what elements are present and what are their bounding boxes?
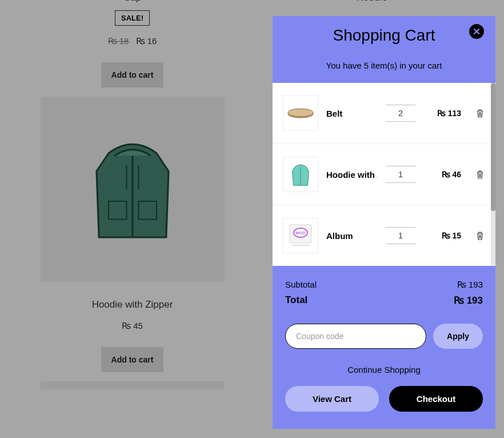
add-to-cart-button[interactable]: Add to cart <box>101 347 164 372</box>
view-cart-button[interactable]: View Cart <box>285 386 379 412</box>
item-thumbnail <box>283 157 318 192</box>
old-price: ₨ 18 <box>108 36 129 46</box>
svg-point-1 <box>288 109 313 117</box>
product-title: Cap <box>41 0 225 3</box>
item-qty-input[interactable] <box>386 166 415 183</box>
cart-drawer: Shopping Cart You have 5 item(s) in your… <box>273 16 495 429</box>
item-name: Belt <box>326 109 378 118</box>
trash-icon <box>476 109 484 118</box>
remove-item-button[interactable] <box>475 107 485 119</box>
remove-item-button[interactable] <box>475 169 485 180</box>
hoodie-icon <box>287 161 314 188</box>
item-qty-input[interactable] <box>386 105 415 122</box>
total-label: Total <box>285 294 307 306</box>
remove-item-button[interactable] <box>475 230 485 241</box>
product-image <box>41 97 225 282</box>
coupon-input[interactable] <box>285 324 426 349</box>
item-name: Album <box>326 231 378 241</box>
sale-badge: SALE! <box>115 10 150 26</box>
item-thumbnail: WOO <box>283 218 318 253</box>
hoodie-icon <box>73 129 193 249</box>
drawer-header: Shopping Cart <box>273 16 495 47</box>
subtotal-value: ₨ 193 <box>457 280 483 290</box>
subtotal-label: Subtotal <box>285 280 317 290</box>
drawer-subtitle: You have 5 item(s) in your cart <box>273 47 495 83</box>
item-price: ₨ 46 <box>423 170 461 179</box>
add-to-cart-button[interactable]: Add to cart <box>101 62 164 87</box>
continue-shopping-link[interactable]: Continue Shopping <box>273 357 495 386</box>
svg-text:WOO: WOO <box>295 231 306 235</box>
close-button[interactable] <box>469 24 484 39</box>
checkout-button[interactable]: Checkout <box>389 386 483 412</box>
item-qty-input[interactable] <box>386 227 415 244</box>
item-thumbnail <box>283 95 318 131</box>
item-price: ₨ 113 <box>423 109 461 118</box>
cart-item: WOO Album ₨ 15 <box>273 205 495 266</box>
album-icon: WOO <box>286 221 315 250</box>
price: ₨ 16 <box>136 36 157 46</box>
coupon-row: Apply <box>273 317 495 357</box>
cart-item: Hoodie with Z ₨ 46 <box>273 144 495 205</box>
cart-totals: Subtotal ₨ 193 Total ₨ 193 <box>273 266 495 317</box>
apply-coupon-button[interactable]: Apply <box>433 324 483 349</box>
trash-icon <box>476 170 484 179</box>
cart-item: Belt ₨ 113 <box>273 83 495 144</box>
item-name: Hoodie with Z <box>326 170 378 180</box>
close-icon <box>473 27 481 35</box>
price: ₨ 45 <box>41 321 225 331</box>
product-image <box>41 381 225 389</box>
trash-icon <box>476 231 484 240</box>
product-card-bottom-left <box>41 381 225 389</box>
belt-icon <box>286 107 315 120</box>
drawer-actions: View Cart Checkout <box>273 386 495 424</box>
item-price: ₨ 15 <box>423 231 461 240</box>
product-card-cap: Cap SALE! ₨ 18 ₨ 16 Add to cart <box>41 0 225 87</box>
product-card-hoodie-zipper: Hoodie with Zipper ₨ 45 Add to cart <box>41 97 225 372</box>
items-scrollbar-thumb[interactable] <box>491 83 495 211</box>
total-row: Total ₨ 193 <box>285 294 483 306</box>
total-value: ₨ 193 <box>454 294 483 306</box>
cart-items: Belt ₨ 113 Hoodie with Z ₨ 46 <box>273 83 495 266</box>
subtotal-row: Subtotal ₨ 193 <box>285 280 483 290</box>
price-line: ₨ 18 ₨ 16 <box>41 36 225 46</box>
drawer-title: Shopping Cart <box>333 26 435 45</box>
product-title: Hoodie with Zipper <box>41 299 225 310</box>
